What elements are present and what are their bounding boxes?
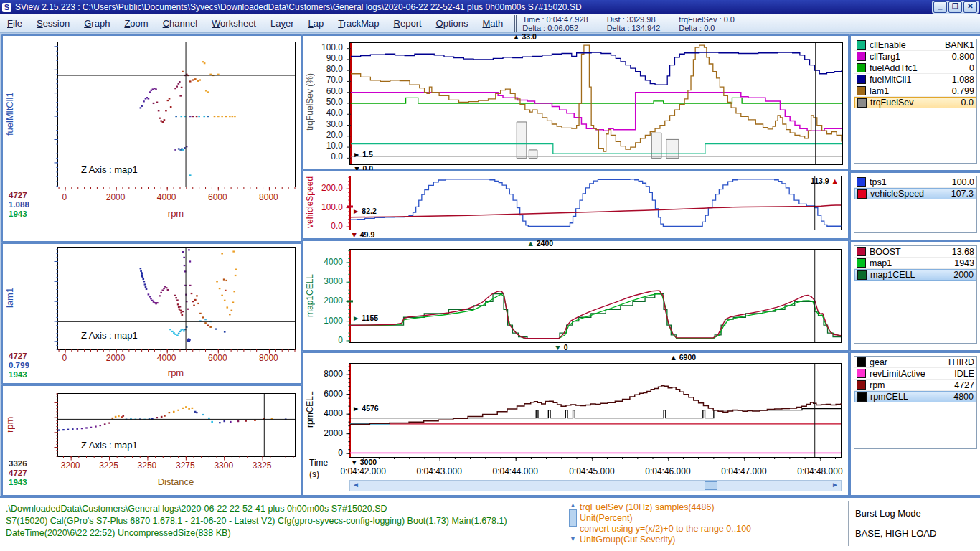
legend-row-cllTarg1[interactable]: cllTarg10.800 <box>854 51 976 62</box>
cursor-status-readouts: Time : 0:04:47.928Delta : 0:06.052Dist :… <box>514 15 735 32</box>
cursor-marker: ▲ 33.0 <box>512 33 537 41</box>
restore-button[interactable]: ❐ <box>948 1 962 13</box>
menu-item-layer[interactable]: Layer <box>263 18 301 29</box>
y-axis-ticks: 40003000200010000 <box>303 249 347 342</box>
tick-label: 0:04:46.000 <box>645 466 690 476</box>
legend-row-rpmCELL[interactable]: rpmCELL4800 <box>854 391 976 402</box>
legend-row-fuelMltCll1[interactable]: fuelMltCll11.088 <box>854 74 976 85</box>
legend-row-rpm[interactable]: rpm4727 <box>854 380 976 391</box>
scroll-right-icon[interactable]: ► <box>831 481 839 489</box>
plot-area[interactable]: Z Axis : map1 <box>57 247 296 350</box>
panel-rpm-distance-scatter: rpm Z Axis : map1 3200322532503275330033… <box>1 385 302 496</box>
legend-row-gear[interactable]: gearTHIRD <box>854 357 976 368</box>
channel-color-swatch <box>857 86 866 95</box>
tick-label: 40.0 <box>326 108 343 118</box>
tick-label: 20.0 <box>326 130 343 140</box>
legend-panel-map: BOOST13.68map11943map1CELL2000 <box>849 241 980 352</box>
log-mode-info: Burst Log Mode BASE, HIGH LOAD <box>855 504 936 544</box>
scroll-left-icon[interactable]: ◄ <box>352 481 359 489</box>
tick-label: 3275 <box>176 461 195 471</box>
menu-item-zoom[interactable]: Zoom <box>117 18 155 29</box>
x-axis-label: Distance <box>57 476 294 487</box>
legend-row-fuelAddTfc1[interactable]: fuelAddTfc10 <box>854 62 976 74</box>
time-chart <box>350 250 841 342</box>
plot-area[interactable]: Z Axis : map1 <box>57 42 296 187</box>
x-axis-label: rpm <box>57 208 294 219</box>
y-axis-ticks <box>3 247 55 349</box>
channel-color-swatch <box>857 40 866 50</box>
close-button[interactable]: ✕ <box>963 1 977 13</box>
legend-row-trqFuelSev[interactable]: trqFuelSev0.0 <box>854 97 976 108</box>
info-bar: .\DownloadedData\Customers\General logs\… <box>0 496 980 551</box>
y-axis-ticks <box>3 42 55 186</box>
tick-label: 4000 <box>324 257 343 267</box>
menu-item-trackmap[interactable]: TrackMap <box>331 18 386 29</box>
legend-row-map1[interactable]: map11943 <box>854 258 976 269</box>
channel-color-swatch <box>857 98 867 108</box>
legend-panel-rpm: gearTHIRDrevLimitActiveIDLErpm4727rpmCEL… <box>849 352 980 496</box>
plot-area[interactable]: Z Axis : map1 <box>57 393 296 457</box>
legend-row-revLimitActive[interactable]: revLimitActiveIDLE <box>854 368 976 380</box>
title-bar: S SView 2.15.223 : C:\Users\Public\Docum… <box>0 0 980 14</box>
menu-item-channel[interactable]: Channel <box>156 18 204 29</box>
channel-value: 107.3 <box>951 189 974 199</box>
legend-row-tps1[interactable]: tps1100.0 <box>854 176 976 188</box>
cursor-marker <box>347 301 353 303</box>
menu-item-math[interactable]: Math <box>475 18 510 29</box>
time-axis-title: Time <box>309 458 328 468</box>
legend-row-vehicleSpeed[interactable]: vehicleSpeed107.3 <box>854 188 976 199</box>
legend-row-cllEnable[interactable]: cllEnableBANK1 <box>854 39 976 51</box>
tick-label: 3250 <box>138 461 157 471</box>
channel-list: tps1100.0vehicleSpeed107.3 <box>854 176 977 233</box>
menu-item-graph[interactable]: Graph <box>77 18 117 29</box>
channel-color-swatch <box>857 258 866 268</box>
time-axis-units: (s) <box>309 469 319 479</box>
channel-value: 1943 <box>954 258 974 268</box>
channel-name: vehicleSpeed <box>870 189 951 199</box>
scroll-up-icon[interactable]: ▲ <box>569 502 577 509</box>
tick-label: 0:04:45.000 <box>569 466 614 476</box>
menu-item-file[interactable]: File <box>0 18 29 29</box>
legend-row-BOOST[interactable]: BOOST13.68 <box>854 246 976 258</box>
plot-area[interactable]: ▲ 6900► 4576▼ 3000 <box>349 363 842 458</box>
time-chart <box>351 43 842 164</box>
menu-item-session[interactable]: Session <box>29 18 77 29</box>
tick-label: 70.0 <box>326 75 343 85</box>
channel-name: lam1 <box>870 86 952 96</box>
plot-area[interactable]: ▲ 2400▼ 0► 1155 <box>349 249 842 343</box>
tick-label: 2000 <box>324 428 343 438</box>
scrollbar-thumb[interactable] <box>569 509 577 527</box>
tick-label: 80.0 <box>326 64 343 74</box>
plot-area[interactable]: 113.9 ▲► 82.2▼ 49.9 <box>349 176 842 230</box>
menu-item-lap[interactable]: Lap <box>301 18 331 29</box>
channel-color-swatch <box>857 177 866 187</box>
tick-label: 3300 <box>214 461 233 471</box>
menu-item-worksheet[interactable]: Worksheet <box>204 18 263 29</box>
channel-name: fuelMltCll1 <box>870 75 952 85</box>
scrollbar-thumb[interactable] <box>705 481 717 490</box>
log-mode-line: Burst Log Mode <box>855 504 936 524</box>
tick-label: 3325 <box>253 461 272 471</box>
plot-area[interactable]: ▲ 33.0► 1.5▼ 0.0 <box>349 42 843 165</box>
scroll-down-icon[interactable]: ▼ <box>569 536 577 542</box>
menu-items: FileSessionGraphZoomChannelWorksheetLaye… <box>0 18 510 29</box>
tick-label: 8000 <box>259 192 278 202</box>
channel-name: map1 <box>870 258 954 268</box>
channel-color-swatch <box>857 380 866 390</box>
menu-item-report[interactable]: Report <box>387 18 429 29</box>
divider <box>848 501 849 546</box>
legend-row-lam1[interactable]: lam10.799 <box>854 85 976 97</box>
cursor-marker: ► 4576 <box>352 405 379 413</box>
time-scrollbar[interactable]: ◄ ► <box>349 480 842 491</box>
minimize-button[interactable]: _ <box>933 1 947 13</box>
tick-label: 4000 <box>157 353 176 363</box>
channel-info-scrollbar[interactable]: ▲ ▼ <box>569 502 577 542</box>
channel-name: cllTarg1 <box>870 52 952 62</box>
legend-row-map1CELL[interactable]: map1CELL2000 <box>854 269 976 281</box>
channel-name: tps1 <box>870 177 952 187</box>
menu-item-options[interactable]: Options <box>429 18 476 29</box>
x-axis-ticks: 320032253250327533003325 <box>57 461 294 471</box>
window-controls: _ ❐ ✕ <box>932 1 979 14</box>
y-axis-ticks: 80006000400020000 <box>303 363 347 456</box>
channel-name: rpm <box>870 380 954 390</box>
